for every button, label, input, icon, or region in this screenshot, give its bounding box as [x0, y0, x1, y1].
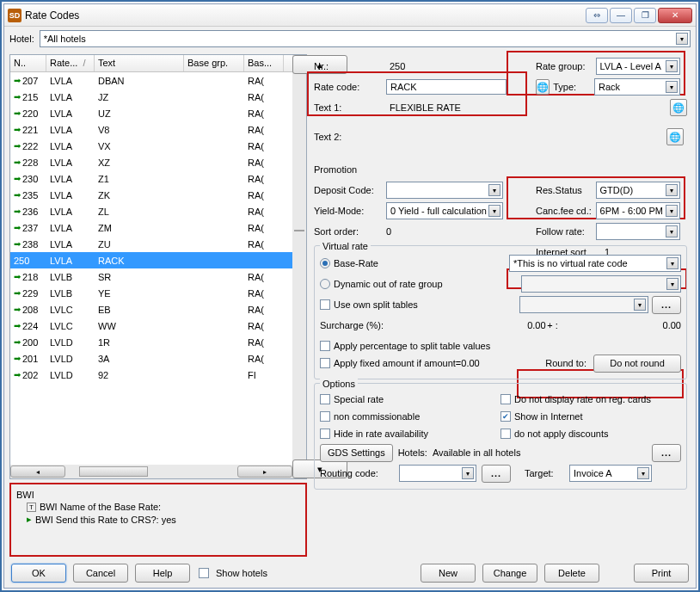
table-row[interactable]: ➡220LVLAUZRA( [10, 105, 292, 121]
virtual-combo[interactable]: *This is no virtual rate code▾ [509, 255, 681, 272]
globe-icon[interactable]: 🌐 [536, 79, 550, 95]
hotel-combo[interactable]: *All hotels ▾ [40, 30, 691, 47]
col-bas[interactable]: Bas... [244, 55, 284, 71]
rate-group-label: Rate group: [536, 61, 596, 71]
row-bas: RA( [244, 124, 284, 136]
table-row[interactable]: ➡207LVLADBANRA( [10, 72, 292, 89]
hotels-ellipsis-button[interactable]: ... [652, 444, 681, 462]
maximize-button[interactable]: ❐ [634, 8, 656, 23]
row-nr: 218 [22, 272, 38, 282]
help-icon[interactable]: ⇔ [586, 8, 608, 23]
target-value: Invoice A [574, 468, 612, 478]
table-row[interactable]: ➡224LVLCWWRA( [10, 318, 292, 334]
no-reg-cards-check[interactable] [500, 394, 511, 404]
text1-value[interactable]: FLEXIBLE RATE [386, 100, 507, 115]
table-row[interactable]: ➡202LVLD92FI [10, 367, 292, 383]
routing-combo[interactable]: ▾ [399, 465, 476, 482]
apply-fixed-check[interactable] [320, 358, 330, 368]
row-basegrp [184, 374, 244, 376]
table-row[interactable]: ➡200LVLD1RRA( [10, 334, 292, 350]
col-sort[interactable]: / [83, 58, 86, 68]
sort-label: Sort order: [314, 226, 386, 237]
row-text: ZM [95, 222, 184, 234]
base-rate-radio[interactable] [320, 258, 330, 268]
table-row[interactable]: ➡201LVLD3ARA( [10, 350, 292, 367]
table-row[interactable]: ➡238LVLAZURA( [10, 236, 292, 252]
row-nr: 215 [22, 92, 38, 102]
own-split-check[interactable] [320, 299, 330, 310]
table-row[interactable]: ➡237LVLAZMRA( [10, 219, 292, 236]
col-text[interactable]: Text [95, 55, 184, 71]
table-row[interactable]: ➡222LVLAVXRA( [10, 138, 292, 154]
ok-button[interactable]: OK [11, 564, 66, 583]
green-arrow-icon: ➡ [14, 141, 21, 151]
row-nr: 230 [22, 174, 38, 184]
show-hotels-check[interactable] [199, 568, 209, 578]
new-button[interactable]: New [421, 564, 476, 583]
row-basegrp [184, 358, 244, 360]
row-rate: LVLD [46, 369, 95, 381]
row-rate: LVLB [46, 271, 95, 283]
row-bas: RA( [244, 108, 284, 120]
row-basegrp [184, 178, 244, 180]
vertical-scrollbar[interactable]: ▴ ▾ [292, 55, 306, 478]
help-button[interactable]: Help [135, 564, 190, 583]
row-bas: RA( [244, 189, 284, 201]
deposit-combo[interactable]: ▾ [386, 182, 503, 199]
rate-group-combo[interactable]: LVLA - Level A▾ [596, 58, 680, 75]
table-row[interactable]: ➡215LVLAJZRA( [10, 89, 292, 105]
table-row[interactable]: ➡228LVLAXZRA( [10, 154, 292, 170]
col-nr[interactable]: N.. [10, 55, 46, 71]
row-bas: RA( [244, 304, 284, 316]
row-text: UZ [95, 108, 184, 120]
row-rate: LVLA [46, 206, 95, 218]
type-combo[interactable]: Rack▾ [594, 78, 680, 96]
gds-settings-button[interactable]: GDS Settings [320, 444, 393, 462]
dynamic-radio[interactable] [320, 279, 330, 289]
own-split-label: Use own split tables [334, 299, 418, 310]
print-button[interactable]: Print [634, 564, 689, 583]
target-combo[interactable]: Invoice A▾ [569, 465, 652, 482]
table-row[interactable]: ➡218LVLBSRRA( [10, 268, 292, 285]
row-text: RACK [95, 255, 184, 267]
col-basegrp[interactable]: Base grp. [184, 55, 244, 71]
table-row[interactable]: ➡250LVLARACK [10, 252, 292, 268]
green-arrow-icon: ➡ [14, 321, 21, 330]
horizontal-scrollbar[interactable]: ◂▸ [10, 465, 292, 478]
table-row[interactable]: ➡235LVLAZKRA( [10, 187, 292, 203]
res-status-value: GTD(D) [600, 185, 634, 195]
no-discounts-check[interactable] [500, 429, 511, 439]
row-bas: RA( [244, 206, 284, 218]
hide-avail-check[interactable] [320, 429, 330, 439]
close-button[interactable]: ✕ [658, 8, 692, 23]
text2-value[interactable] [386, 129, 507, 145]
canc-fee-combo[interactable]: 6PM - 6:00 PM▾ [596, 202, 680, 219]
special-rate-check[interactable] [320, 394, 330, 404]
app-icon: SD [8, 9, 21, 22]
row-basegrp [184, 162, 244, 163]
follow-rate-combo[interactable]: ▾ [596, 223, 680, 240]
show-internet-check[interactable]: ✔ [500, 411, 511, 422]
cancel-button[interactable]: Cancel [73, 564, 128, 583]
routing-ellipsis-button[interactable]: ... [482, 465, 511, 483]
yield-combo[interactable]: 0 Yield - full calculation▾ [386, 202, 503, 219]
ellipsis-button[interactable]: ... [652, 296, 681, 314]
table-row[interactable]: ➡230LVLAZ1RA( [10, 170, 292, 187]
non-comm-check[interactable] [320, 411, 330, 422]
delete-button[interactable]: Delete [544, 564, 599, 583]
table-row[interactable]: ➡208LVLCEBRA( [10, 301, 292, 318]
table-row[interactable]: ➡236LVLAZLRA( [10, 203, 292, 219]
rate-code-input[interactable]: RACK [386, 79, 507, 95]
table-row[interactable]: ➡221LVLAV8RA( [10, 121, 292, 138]
row-text: EB [95, 304, 184, 316]
bwi-title: BWI [16, 490, 34, 500]
col-rate[interactable]: Rate... [50, 58, 77, 68]
res-status-combo[interactable]: GTD(D)▾ [596, 182, 680, 199]
table-row[interactable]: ➡229LVLBYERA( [10, 285, 292, 301]
change-button[interactable]: Change [482, 564, 537, 583]
apply-pct-check[interactable] [320, 341, 330, 351]
row-bas [244, 260, 284, 262]
minimize-button[interactable]: — [610, 8, 632, 23]
row-basegrp [184, 194, 244, 196]
round-button[interactable]: Do not round [593, 355, 681, 373]
